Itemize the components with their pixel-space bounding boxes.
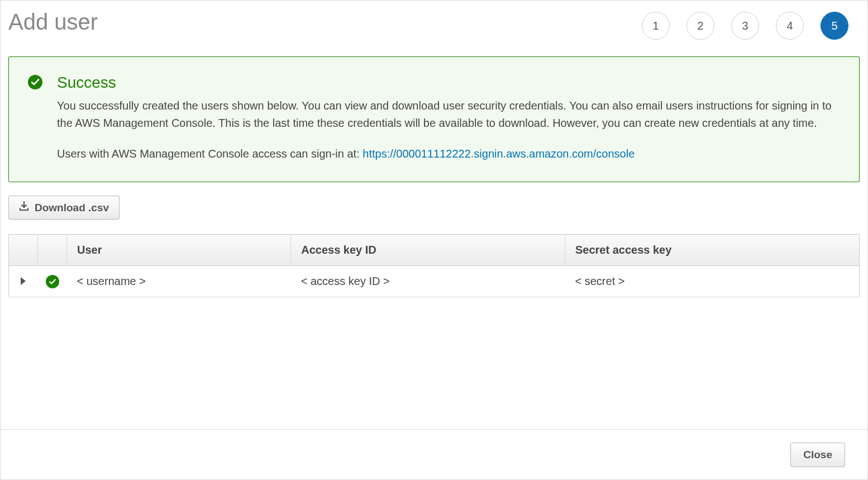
step-1[interactable]: 1 xyxy=(642,12,670,40)
step-3[interactable]: 3 xyxy=(731,12,759,40)
success-check-icon xyxy=(28,75,42,89)
alert-message: You successfully created the users shown… xyxy=(57,97,840,132)
wizard-steps: 1 2 3 4 5 xyxy=(642,8,860,40)
cell-access-key: < access key ID > xyxy=(291,266,565,297)
download-csv-button[interactable]: Download .csv xyxy=(8,196,120,220)
footer: Close xyxy=(1,429,867,479)
col-secret: Secret access key xyxy=(565,235,859,266)
signin-line: Users with AWS Management Console access… xyxy=(57,145,840,163)
table-row: < username > < access key ID > < secret … xyxy=(9,266,860,297)
step-2[interactable]: 2 xyxy=(686,12,714,40)
download-csv-label: Download .csv xyxy=(35,202,109,214)
users-table: User Access key ID Secret access key < u… xyxy=(8,234,860,297)
signin-url-link[interactable]: https://000011112222.signin.aws.amazon.c… xyxy=(363,148,635,160)
signin-prefix: Users with AWS Management Console access… xyxy=(57,148,363,160)
download-icon xyxy=(19,201,29,214)
col-status xyxy=(38,235,67,266)
col-access-key: Access key ID xyxy=(291,235,565,266)
col-expand xyxy=(9,235,38,266)
alert-heading: Success xyxy=(57,74,840,92)
step-5: 5 xyxy=(821,12,848,40)
close-button[interactable]: Close xyxy=(790,443,845,467)
cell-secret: < secret > xyxy=(565,266,859,297)
row-status-success-icon xyxy=(46,275,59,288)
col-user: User xyxy=(67,235,291,266)
page-title: Add user xyxy=(8,8,98,35)
success-alert: Success You successfully created the use… xyxy=(8,56,860,182)
cell-user: < username > xyxy=(67,266,291,297)
step-4[interactable]: 4 xyxy=(776,12,804,40)
expand-row-icon[interactable] xyxy=(21,277,26,285)
